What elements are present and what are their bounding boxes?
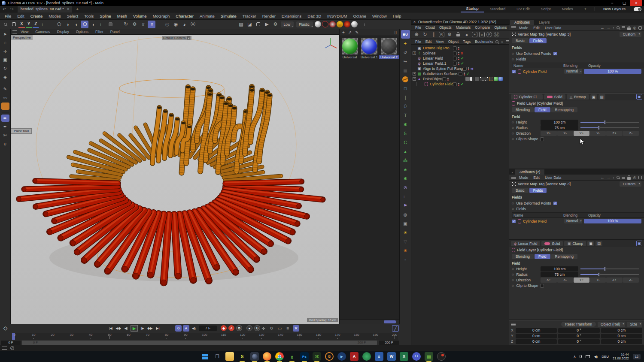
dir-y-plus[interactable]: Y+ [574, 278, 589, 283]
radius-input[interactable]: 75 cm [541, 125, 578, 130]
coords-size-dropdown[interactable]: Size [627, 322, 642, 327]
param-diamond-icon[interactable]: ◇ [512, 126, 514, 130]
tab-basic[interactable]: Basic [512, 38, 529, 43]
move-icon[interactable]: ✛ [1, 48, 9, 55]
om-menu-file[interactable]: File [413, 39, 423, 44]
reset-transform-button[interactable]: Reset Transform [561, 322, 596, 327]
vp-menu-options[interactable]: Options [73, 30, 92, 34]
chrome-icon[interactable] [275, 352, 284, 361]
last-tool-icon[interactable]: ◈ [1, 73, 9, 81]
om-menu-edit[interactable]: Edit [423, 39, 434, 44]
param-diamond-icon[interactable]: ◇ [512, 207, 514, 211]
pause-icon[interactable]: ∥ [430, 32, 437, 37]
enable-axis-icon[interactable]: ↻ [122, 21, 130, 28]
goto-start-button[interactable]: |◀ [107, 325, 114, 332]
object-label[interactable]: Cylinder Field [430, 82, 453, 86]
green-app-icon[interactable] [362, 352, 371, 361]
render-view-icon[interactable] [254, 21, 262, 28]
move-tool-icon[interactable] [10, 21, 18, 28]
render-picture-viewer-icon[interactable]: ▶ [263, 21, 270, 28]
param-diamond-icon[interactable]: ◇ [512, 202, 514, 205]
enabled-check-icon[interactable]: ✓ [461, 61, 464, 66]
keyframe-selection-button[interactable]: ● [246, 325, 252, 331]
material-name-selected[interactable]: Universal.2 [379, 55, 399, 59]
crumb-linear-field[interactable]: ψLinear Field [511, 241, 540, 246]
tab-field[interactable]: Field [535, 254, 550, 259]
rotation-x-input[interactable]: 0 ° [558, 328, 599, 333]
menu-select[interactable]: Select [64, 14, 81, 18]
material-hscrollbar[interactable] [340, 319, 399, 324]
layer-popout-icon[interactable]: ▣ [636, 241, 642, 246]
col-name[interactable]: Name [512, 213, 563, 217]
forward-arrow-icon[interactable]: → [607, 175, 611, 180]
spline-arc-icon[interactable]: ↺ [401, 48, 410, 57]
clay-mode-icon[interactable]: o [479, 32, 485, 37]
attr-filter-icon[interactable] [622, 26, 625, 29]
preset-dropdown[interactable]: Custom [620, 32, 641, 37]
tree-row-splines[interactable]: +⌇ Splines × [411, 51, 509, 56]
layout-tab-standard[interactable]: Standard [484, 6, 511, 12]
add-document-tab-button[interactable]: + [72, 7, 82, 12]
style-dropdown[interactable]: Plastic [296, 21, 313, 27]
tree-row-linear-field[interactable]: ψ Linear Field ✓ [411, 56, 509, 61]
blending-dropdown[interactable]: Normal [564, 219, 582, 223]
enable-toggle[interactable] [459, 72, 462, 76]
attr-filter-icon[interactable] [622, 176, 625, 179]
prev-frame-button[interactable]: ◀| [123, 325, 129, 332]
material-preview-blue[interactable] [361, 38, 377, 54]
object-label[interactable]: Subdivision Surface.1 [423, 72, 460, 76]
menu-simulate[interactable]: Simulate [218, 14, 240, 18]
axis-mode-icon[interactable]: ∟ [98, 21, 106, 28]
dir-x-plus[interactable]: X+ [541, 131, 556, 136]
expand-icon[interactable]: + [413, 51, 416, 55]
material-ball-icon[interactable] [315, 21, 321, 27]
dir-y-plus[interactable]: Y+ [574, 131, 589, 136]
field-object-icon[interactable]: ⊘ [401, 183, 410, 192]
quality-dropdown[interactable]: Low [281, 21, 294, 27]
shield-icon[interactable]: ▽ [401, 237, 410, 246]
field-enable-checkbox[interactable]: ✓ [512, 69, 516, 74]
dir-x-minus[interactable]: X- [557, 131, 573, 136]
attr-menu-userdata[interactable]: User Data [543, 175, 563, 180]
disabled-x-icon[interactable]: × [461, 51, 463, 56]
animation-mode-icon[interactable]: ◗ [89, 21, 97, 28]
position-y-input[interactable]: 0 cm [516, 334, 557, 338]
point-selection-tag-icon[interactable] [484, 77, 489, 81]
load-material-icon[interactable]: ↗ [348, 30, 352, 35]
height-input[interactable]: 100 cm [541, 120, 578, 125]
param-diamond-icon[interactable]: ◇ [512, 52, 514, 55]
coordinate-system-icon[interactable]: ∟ [39, 21, 47, 28]
preset-dropdown[interactable]: Custom [620, 181, 641, 187]
crumb-clamp[interactable]: ▣Clamp [564, 241, 586, 246]
text-object-icon[interactable]: T [401, 111, 410, 120]
key-pla-icon[interactable]: ✕ [293, 325, 299, 332]
enable-toggle[interactable] [453, 82, 457, 86]
language-indicator[interactable]: DEU [601, 355, 609, 359]
xnview-icon[interactable]: ꭓ [288, 352, 296, 361]
tab-remapping[interactable]: Remapping [551, 254, 577, 259]
expand-icon[interactable]: + [413, 72, 416, 75]
vertex-map-tag-selected-icon[interactable] [489, 77, 493, 81]
attr-hamburger-icon[interactable] [511, 26, 516, 29]
menu-render[interactable]: Render [259, 14, 279, 18]
workplane-icon[interactable] [106, 21, 114, 28]
object-label[interactable]: PointObject [423, 77, 443, 81]
material-preview-dark[interactable] [381, 38, 397, 54]
tree-row-subdivision-surface[interactable]: +▩ Subdivision Surface.1 ✓ [411, 71, 509, 76]
menu-daz3d[interactable]: Daz 3D [304, 14, 324, 18]
grid-array-icon[interactable]: ▦ [401, 66, 410, 75]
menu-tools[interactable]: Tools [81, 14, 97, 18]
material-item[interactable]: Universal [341, 38, 358, 59]
tab-remapping[interactable]: Remapping [551, 107, 577, 112]
key-parameter-icon[interactable]: ≡ [285, 325, 291, 332]
col-name[interactable]: Name [512, 63, 563, 68]
camera-label[interactable]: Default Camera ▾ [162, 36, 191, 40]
col-opacity[interactable]: Opacity [588, 63, 644, 68]
axis-z-toggle[interactable]: Z [33, 21, 39, 28]
render-active-view-icon[interactable]: ◉ [172, 21, 179, 28]
param-diamond-icon[interactable]: ◇ [512, 273, 514, 276]
object-label[interactable]: Linear Field.1 [423, 61, 447, 66]
om-menu-bookmarks[interactable]: Bookmarks [473, 39, 495, 44]
key-scale-icon[interactable]: ▭ [276, 325, 283, 332]
lock-resolution-icon[interactable] [455, 32, 462, 37]
